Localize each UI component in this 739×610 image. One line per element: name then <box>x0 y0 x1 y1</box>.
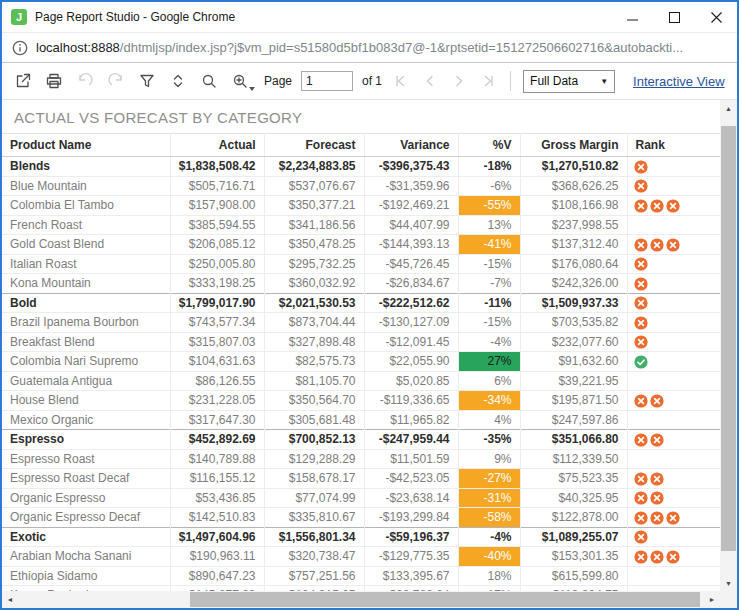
rank-x-icon <box>634 472 648 486</box>
table-row: Blue Mountain$505,716.71$537,076.67-$31,… <box>2 176 720 196</box>
scroll-down-arrow[interactable]: ▼ <box>720 575 737 591</box>
cell-actual: $142,510.83 <box>170 508 264 528</box>
cell-variance: -$192,469.21 <box>364 196 458 216</box>
rank-x-icon <box>650 394 664 408</box>
cell-rank <box>627 352 720 372</box>
cell-variance: $11,965.82 <box>364 410 458 430</box>
report-page: ACTUAL VS FORECAST BY CATEGORY Product N… <box>2 100 720 591</box>
cell-variance: -$45,726.45 <box>364 254 458 274</box>
cell-product-name: Blue Mountain <box>2 176 170 196</box>
sort-icon <box>168 71 188 91</box>
sort-button[interactable] <box>167 70 189 92</box>
table-row: Gold Coast Blend$206,085.12$350,478.25-$… <box>2 235 720 255</box>
cell-product-name: Espresso Roast Decaf <box>2 469 170 489</box>
cell-percent-variance: -31% <box>458 488 520 508</box>
rank-x-icon <box>650 511 664 525</box>
redo-button[interactable] <box>105 70 127 92</box>
maximize-button[interactable] <box>653 2 695 32</box>
close-button[interactable] <box>695 2 737 32</box>
cell-product-name: Organic Espresso <box>2 488 170 508</box>
cell-variance: -$26,834.67 <box>364 274 458 294</box>
cell-percent-variance: -18% <box>458 157 520 177</box>
cell-rank <box>627 176 720 196</box>
cell-variance: $133,395.67 <box>364 566 458 586</box>
cell-gross-margin: $242,326.00 <box>520 274 627 294</box>
report-title: ACTUAL VS FORECAST BY CATEGORY <box>2 100 720 133</box>
table-row: French Roast$385,594.55$341,186.56$44,40… <box>2 215 720 235</box>
group-row: Exotic$1,497,604.96$1,556,801.34-$59,196… <box>2 527 720 547</box>
interactive-view-link[interactable]: Interactive View <box>633 74 725 89</box>
cell-forecast: $81,105.70 <box>264 371 364 391</box>
cell-product-name: Colombia El Tambo <box>2 196 170 216</box>
cell-gross-margin: $247,597.86 <box>520 410 627 430</box>
toolbar-separator <box>510 71 511 91</box>
column-header-variance: Variance <box>364 134 458 157</box>
url-text[interactable]: localhost:8888/dhtmljsp/index.jsp?j$vm_p… <box>36 40 727 55</box>
cell-variance: $44,407.99 <box>364 215 458 235</box>
table-row: Colombia Nari Supremo$104,631.63$82,575.… <box>2 352 720 372</box>
rank-x-icon <box>634 199 648 213</box>
rank-x-icon <box>650 550 664 564</box>
minimize-button[interactable] <box>611 2 653 32</box>
vertical-scroll-track[interactable] <box>720 116 737 575</box>
undo-button[interactable] <box>74 70 96 92</box>
previous-page-button[interactable] <box>420 71 440 91</box>
scroll-left-arrow[interactable]: ◄ <box>2 591 18 608</box>
cell-rank <box>627 566 720 586</box>
data-mode-select[interactable]: Full Data ▼ <box>523 70 615 93</box>
scroll-up-arrow[interactable]: ▲ <box>720 100 737 116</box>
cell-percent-variance: -55% <box>458 196 520 216</box>
cell-variance: $22,055.90 <box>364 352 458 372</box>
next-page-button[interactable] <box>449 71 469 91</box>
cell-rank <box>627 508 720 528</box>
filter-button[interactable] <box>136 70 158 92</box>
rank-check-icon <box>634 355 648 369</box>
print-button[interactable] <box>43 70 65 92</box>
cell-gross-margin: $368,626.25 <box>520 176 627 196</box>
rank-x-icon <box>634 160 648 174</box>
toggle-panel-button[interactable] <box>734 70 739 92</box>
horizontal-scroll-thumb[interactable] <box>190 592 700 607</box>
rank-x-icon <box>634 433 648 447</box>
cell-variance: -$193,299.84 <box>364 508 458 528</box>
cell-forecast: $757,251.56 <box>264 566 364 586</box>
cell-variance: -$247,959.44 <box>364 430 458 450</box>
page-number-input[interactable] <box>301 71 353 91</box>
cell-forecast: $327,898.48 <box>264 332 364 352</box>
column-header-actual: Actual <box>170 134 264 157</box>
close-icon <box>711 12 722 23</box>
cell-gross-margin: $615,599.80 <box>520 566 627 586</box>
table-row: Guatemala Antigua$86,126.55$81,105.70$5,… <box>2 371 720 391</box>
cell-actual: $315,807.03 <box>170 332 264 352</box>
cell-rank <box>627 157 720 177</box>
cell-product-name: Gold Coast Blend <box>2 235 170 255</box>
search-button[interactable] <box>198 70 220 92</box>
cell-forecast: $2,234,883.85 <box>264 157 364 177</box>
first-page-button[interactable] <box>391 71 411 91</box>
scroll-right-arrow[interactable]: ► <box>704 591 720 608</box>
info-icon[interactable] <box>12 40 28 56</box>
filter-icon <box>137 71 157 91</box>
cell-percent-variance: -34% <box>458 391 520 411</box>
rank-x-icon <box>634 257 648 271</box>
cell-forecast: $700,852.13 <box>264 430 364 450</box>
cell-variance: -$12,091.45 <box>364 332 458 352</box>
zoom-button[interactable] <box>229 70 251 92</box>
cell-forecast: $873,704.44 <box>264 313 364 333</box>
cell-gross-margin: $153,301.35 <box>520 547 627 567</box>
cell-percent-variance: -58% <box>458 508 520 528</box>
cell-forecast: $350,377.21 <box>264 196 364 216</box>
cell-product-name: Bold <box>2 293 170 313</box>
cell-forecast: $77,074.99 <box>264 488 364 508</box>
cell-rank <box>627 313 720 333</box>
cell-product-name: Brazil Ipanema Bourbon <box>2 313 170 333</box>
export-button[interactable] <box>12 70 34 92</box>
report-toolbar: Page of 1 Full Data ▼ <box>2 63 737 100</box>
vertical-scroll-thumb[interactable] <box>721 126 736 551</box>
horizontal-scroll-track[interactable] <box>18 591 704 608</box>
horizontal-scrollbar[interactable]: ◄ ► <box>2 591 720 608</box>
address-bar[interactable]: localhost:8888/dhtmljsp/index.jsp?j$vm_p… <box>2 32 737 63</box>
last-page-button[interactable] <box>478 71 498 91</box>
vertical-scrollbar[interactable]: ▲ ▼ <box>720 100 737 591</box>
cell-variance: -$129,775.35 <box>364 547 458 567</box>
